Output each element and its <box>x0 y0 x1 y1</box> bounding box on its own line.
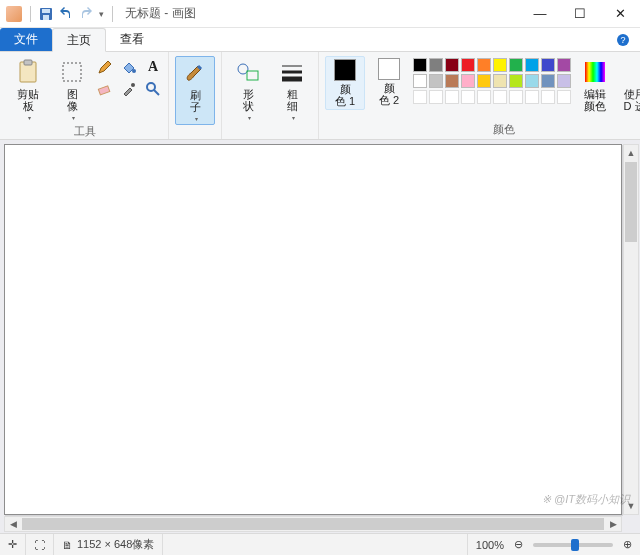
clipboard-button[interactable]: 剪贴 板▾ <box>8 56 48 123</box>
scroll-left-icon[interactable]: ◀ <box>5 517 21 531</box>
zoom-out-button[interactable]: ⊖ <box>514 538 523 551</box>
svg-line-12 <box>154 90 159 95</box>
paint3d-label: 使用画图 3 D 进行编辑 <box>624 88 641 112</box>
horizontal-scrollbar[interactable]: ◀ ▶ <box>4 516 622 532</box>
brush-button[interactable]: 刷 子▾ <box>175 56 215 125</box>
app-icon <box>6 6 22 22</box>
zoom-thumb[interactable] <box>571 539 579 551</box>
svg-rect-18 <box>585 62 605 82</box>
magnifier-icon[interactable] <box>144 80 162 98</box>
scroll-right-icon[interactable]: ▶ <box>605 517 621 531</box>
canvas-size-cell: 🗎 1152 × 648像素 <box>54 534 163 555</box>
image-select-button[interactable]: 图 像▾ <box>52 56 92 123</box>
swatch[interactable] <box>541 58 555 72</box>
svg-text:?: ? <box>620 35 625 45</box>
tab-file[interactable]: 文件 <box>0 28 52 51</box>
redo-icon[interactable] <box>79 7 93 21</box>
swatch-empty[interactable] <box>525 90 539 104</box>
svg-rect-7 <box>63 63 81 81</box>
svg-rect-2 <box>43 15 49 20</box>
window-title: 无标题 - 画图 <box>125 5 196 22</box>
swatch[interactable] <box>477 74 491 88</box>
swatch-empty[interactable] <box>541 90 555 104</box>
color1-label: 颜 色 1 <box>335 83 355 107</box>
scroll-up-icon[interactable]: ▲ <box>624 145 638 161</box>
zoom-in-button[interactable]: ⊕ <box>623 538 632 551</box>
pencil-icon[interactable] <box>96 58 114 76</box>
title-bar: ▾ 无标题 - 画图 — ☐ ✕ <box>0 0 640 28</box>
stroke-icon <box>278 58 306 86</box>
tab-view[interactable]: 查看 <box>106 28 158 51</box>
shapes-button[interactable]: 形 状▾ <box>228 56 268 123</box>
swatch[interactable] <box>557 74 571 88</box>
help-icon[interactable]: ? <box>616 28 640 51</box>
stroke-button[interactable]: 粗 细▾ <box>272 56 312 123</box>
cursor-pos-cell: ✛ <box>0 534 26 555</box>
paint3d-button[interactable]: 使用画图 3 D 进行编辑 <box>619 56 640 114</box>
close-button[interactable]: ✕ <box>600 0 640 28</box>
color1-button[interactable]: 颜 色 1 <box>325 56 365 110</box>
swatch[interactable] <box>557 58 571 72</box>
tab-home[interactable]: 主页 <box>52 28 106 52</box>
edit-colors-button[interactable]: 编辑 颜色 <box>575 56 615 114</box>
shapes-icon <box>234 58 262 86</box>
swatch-empty[interactable] <box>493 90 507 104</box>
colors-group-label: 颜色 <box>493 121 515 137</box>
eraser-icon[interactable] <box>96 80 114 98</box>
swatch-empty[interactable] <box>445 90 459 104</box>
vertical-scrollbar[interactable]: ▲ ▼ <box>623 144 639 515</box>
svg-rect-14 <box>247 71 258 80</box>
swatch-empty[interactable] <box>509 90 523 104</box>
swatch[interactable] <box>525 74 539 88</box>
swatch[interactable] <box>461 74 475 88</box>
swatch-empty[interactable] <box>557 90 571 104</box>
color2-button[interactable]: 颜 色 2 <box>369 56 409 108</box>
swatch[interactable] <box>525 58 539 72</box>
swatch-empty[interactable] <box>429 90 443 104</box>
qat-dropdown-icon[interactable]: ▾ <box>99 9 104 19</box>
selection-cell: ⛶ <box>26 534 54 555</box>
svg-rect-6 <box>24 60 32 65</box>
swatch[interactable] <box>477 58 491 72</box>
swatch-empty[interactable] <box>413 90 427 104</box>
swatch-empty[interactable] <box>461 90 475 104</box>
swatch[interactable] <box>493 58 507 72</box>
fill-icon[interactable] <box>120 58 138 76</box>
shapes-label: 形 状 <box>243 88 254 112</box>
tools-group-label: 工具 <box>74 123 96 139</box>
swatch[interactable] <box>541 74 555 88</box>
color1-swatch <box>334 59 356 81</box>
swatch[interactable] <box>445 58 459 72</box>
ribbon-tabs: 文件 主页 查看 ? <box>0 28 640 52</box>
svg-point-8 <box>132 69 136 73</box>
swatch[interactable] <box>509 58 523 72</box>
clipboard-label: 剪贴 板 <box>17 88 39 112</box>
swatch-empty[interactable] <box>477 90 491 104</box>
zoom-slider[interactable] <box>533 543 613 547</box>
scroll-thumb-h[interactable] <box>22 518 604 530</box>
swatch[interactable] <box>429 74 443 88</box>
maximize-button[interactable]: ☐ <box>560 0 600 28</box>
swatch[interactable] <box>429 58 443 72</box>
swatch[interactable] <box>445 74 459 88</box>
color-palette <box>413 56 571 104</box>
status-bar: ✛ ⛶ 🗎 1152 × 648像素 100% ⊖ ⊕ <box>0 533 640 555</box>
swatch[interactable] <box>493 74 507 88</box>
swatch[interactable] <box>461 58 475 72</box>
svg-point-10 <box>131 83 135 87</box>
swatch[interactable] <box>413 58 427 72</box>
swatch[interactable] <box>509 74 523 88</box>
picker-icon[interactable] <box>120 80 138 98</box>
swatch[interactable] <box>413 74 427 88</box>
minimize-button[interactable]: — <box>520 0 560 28</box>
work-area: ▲ ▼ ◀ ▶ ※ @IT数码小知识 <box>0 140 640 533</box>
zoom-value: 100% <box>476 539 504 551</box>
undo-icon[interactable] <box>59 7 73 21</box>
save-icon[interactable] <box>39 7 53 21</box>
text-icon[interactable]: A <box>144 58 162 76</box>
canvas[interactable] <box>4 144 622 515</box>
scroll-thumb-v[interactable] <box>625 162 637 242</box>
canvas-size: 1152 × 648像素 <box>77 537 154 552</box>
brush-label: 刷 子 <box>190 89 201 113</box>
color2-swatch <box>378 58 400 80</box>
